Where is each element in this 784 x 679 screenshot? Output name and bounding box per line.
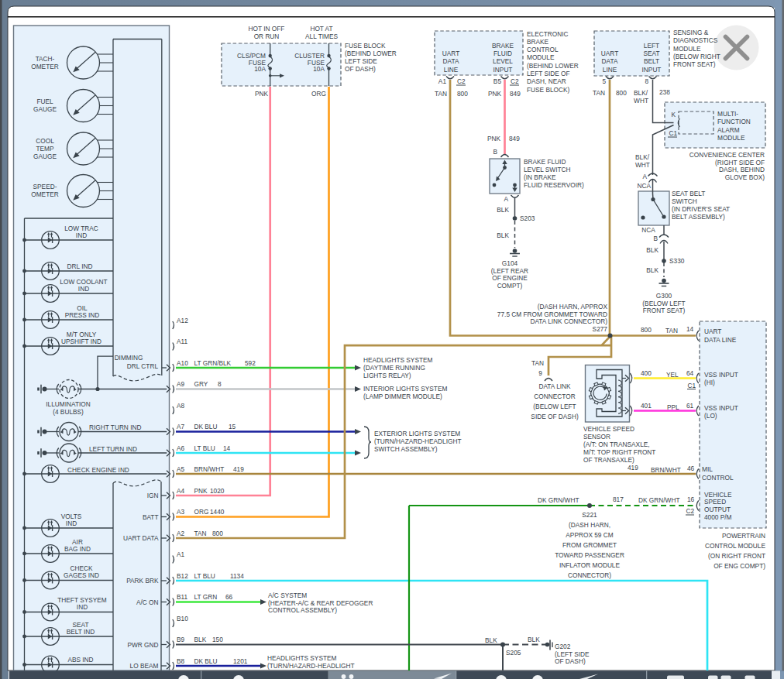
svg-text:BLK/: BLK/ — [635, 153, 650, 161]
svg-text:PNK: PNK — [488, 90, 502, 98]
svg-text:HEADLIGHTS SYSTEM: HEADLIGHTS SYSTEM — [363, 356, 433, 364]
svg-text:BELT ASSEMBLY): BELT ASSEMBLY) — [672, 213, 725, 221]
svg-text:1440: 1440 — [210, 508, 225, 516]
svg-text:(DASH HARN, APPROX: (DASH HARN, APPROX — [538, 303, 608, 310]
svg-text:849: 849 — [509, 135, 520, 142]
svg-text:MODULE: MODULE — [527, 53, 555, 61]
svg-text:PNK: PNK — [255, 90, 269, 98]
svg-text:CONVENIENCE CENTER: CONVENIENCE CENTER — [689, 151, 765, 159]
svg-text:BLK: BLK — [646, 246, 658, 254]
svg-text:800: 800 — [616, 89, 627, 97]
svg-text:BLK: BLK — [194, 636, 207, 643]
svg-text:8: 8 — [218, 380, 222, 388]
svg-text:TAN: TAN — [435, 90, 447, 98]
svg-text:10A: 10A — [254, 65, 266, 73]
svg-text:LEFT: LEFT — [644, 42, 659, 50]
svg-text:IND: IND — [76, 231, 87, 239]
svg-text:BRN/WHT: BRN/WHT — [651, 466, 681, 474]
svg-text:DATA LINE: DATA LINE — [704, 336, 737, 344]
svg-text:LT BLU: LT BLU — [194, 572, 215, 580]
svg-text:GRY: GRY — [194, 380, 208, 388]
svg-text:A11: A11 — [177, 338, 188, 345]
svg-text:(BEHIND LOWER: (BEHIND LOWER — [345, 50, 397, 57]
svg-text:CHECK ENGINE IND: CHECK ENGINE IND — [67, 466, 129, 474]
svg-text:B: B — [653, 235, 658, 242]
svg-text:TAN: TAN — [194, 530, 207, 537]
svg-text:SWITCH: SWITCH — [672, 197, 697, 205]
svg-text:800: 800 — [212, 530, 223, 537]
svg-text:14: 14 — [223, 444, 231, 452]
svg-text:DIMMING: DIMMING — [115, 354, 143, 362]
svg-text:ALL TIMES: ALL TIMES — [305, 33, 338, 40]
svg-text:A10: A10 — [177, 359, 188, 367]
svg-text:66: 66 — [225, 593, 233, 601]
svg-text:S205: S205 — [506, 649, 521, 657]
svg-text:B: B — [493, 148, 497, 156]
svg-text:LINE: LINE — [603, 66, 617, 74]
svg-text:A/C ON: A/C ON — [136, 598, 159, 606]
svg-text:A2: A2 — [177, 530, 185, 537]
svg-text:DATA: DATA — [443, 57, 459, 65]
svg-text:OMETER: OMETER — [31, 63, 59, 70]
svg-text:UART DATA: UART DATA — [123, 534, 159, 542]
svg-text:10A: 10A — [313, 65, 325, 73]
svg-text:(BEHIND LOWER: (BEHIND LOWER — [527, 62, 579, 70]
svg-text:UPSHIFT IND: UPSHIFT IND — [61, 338, 101, 345]
svg-text:8: 8 — [645, 77, 648, 85]
svg-text:NCA: NCA — [637, 182, 651, 190]
svg-text:GAUGE: GAUGE — [33, 153, 57, 160]
svg-text:VSS INPUT: VSS INPUT — [704, 371, 738, 379]
svg-text:HEADLIGHTS SYSTEM: HEADLIGHTS SYSTEM — [267, 654, 337, 662]
svg-text:A7: A7 — [177, 423, 185, 430]
svg-text:800: 800 — [641, 326, 652, 334]
svg-text:SIDE OF DASH): SIDE OF DASH) — [531, 413, 579, 420]
svg-text:BRN/WHT: BRN/WHT — [194, 465, 225, 473]
svg-text:(DAYTIME RUNNING: (DAYTIME RUNNING — [363, 364, 425, 372]
svg-text:(LAMP DIMMER MODULE): (LAMP DIMMER MODULE) — [363, 393, 442, 400]
svg-text:DRL IND: DRL IND — [67, 262, 93, 270]
svg-text:A9: A9 — [177, 380, 185, 388]
svg-text:401: 401 — [641, 402, 652, 410]
svg-text:POWERTRAIN: POWERTRAIN — [722, 532, 765, 540]
svg-text:S221: S221 — [582, 511, 597, 519]
svg-text:(IN DRIVER'S SEAT: (IN DRIVER'S SEAT — [672, 205, 730, 213]
svg-text:592: 592 — [245, 359, 256, 367]
svg-text:BAG IND: BAG IND — [64, 545, 91, 553]
svg-text:DASH, NEAR: DASH, NEAR — [527, 77, 566, 85]
svg-text:IND: IND — [66, 520, 77, 527]
svg-text:(4 BULBS): (4 BULBS) — [53, 408, 84, 416]
svg-text:14: 14 — [686, 325, 694, 333]
svg-text:FUEL: FUEL — [36, 98, 53, 105]
svg-text:APPROX 59 CM: APPROX 59 CM — [566, 531, 613, 539]
svg-text:ALARM: ALARM — [717, 126, 740, 134]
svg-text:LEVEL: LEVEL — [493, 57, 513, 65]
svg-text:1201: 1201 — [233, 657, 248, 665]
svg-text:OF DASH): OF DASH) — [555, 657, 586, 665]
svg-text:CONNECTOR: CONNECTOR — [534, 393, 575, 400]
svg-text:ORG: ORG — [311, 90, 326, 98]
svg-text:FRONT SEAT): FRONT SEAT) — [673, 60, 716, 68]
svg-text:TAN: TAN — [593, 89, 605, 97]
svg-text:INPUT: INPUT — [642, 66, 662, 74]
svg-text:PNK: PNK — [487, 135, 501, 142]
svg-text:CONTROL: CONTROL — [702, 474, 734, 482]
svg-text:BLK: BLK — [497, 206, 509, 214]
svg-text:(HEATER-A/C & REAR DEFOGGER: (HEATER-A/C & REAR DEFOGGER — [268, 599, 373, 607]
svg-text:LEFT SIDE: LEFT SIDE — [345, 57, 377, 65]
svg-text:EXTERIOR LIGHTS SYSTEM: EXTERIOR LIGHTS SYSTEM — [374, 430, 460, 437]
svg-text:419: 419 — [628, 464, 638, 472]
svg-text:SPEED: SPEED — [704, 498, 726, 506]
svg-text:LINE: LINE — [444, 66, 459, 74]
svg-text:B12: B12 — [177, 572, 188, 580]
svg-text:A8: A8 — [177, 402, 185, 410]
svg-text:800: 800 — [457, 90, 468, 98]
svg-text:NCA: NCA — [641, 226, 655, 234]
svg-text:OF ENG COMPT): OF ENG COMPT) — [714, 562, 765, 570]
svg-text:GAUGE: GAUGE — [33, 105, 57, 113]
svg-text:FUNCTION: FUNCTION — [717, 118, 751, 125]
svg-text:OF DASH): OF DASH) — [345, 65, 376, 73]
svg-text:ILLUMINATION: ILLUMINATION — [46, 400, 90, 408]
svg-text:G300: G300 — [656, 292, 672, 300]
svg-text:SPEED-: SPEED- — [33, 183, 57, 190]
svg-text:IND: IND — [78, 285, 89, 293]
